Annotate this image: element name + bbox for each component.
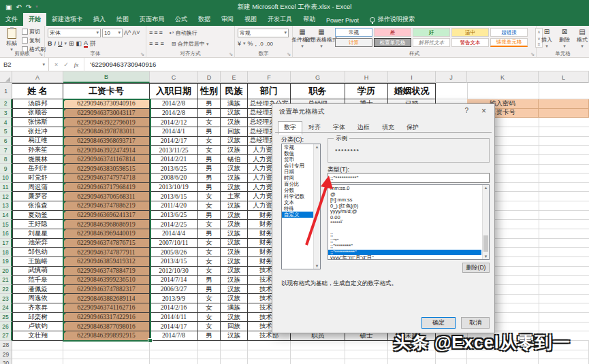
row-number[interactable]: 29 — [0, 350, 12, 360]
empty-cell[interactable] — [436, 359, 467, 364]
empty-cell[interactable] — [345, 359, 388, 364]
row-number[interactable]: 3 — [0, 109, 12, 118]
tab-file[interactable]: 文件 — [0, 13, 23, 26]
align-center-icon[interactable]: ≡ — [155, 39, 158, 48]
cell-card-number[interactable]: 622909463706568311 — [63, 192, 150, 201]
row-number[interactable]: 16 — [0, 229, 12, 239]
cell-style-warning[interactable]: 警告文本 — [451, 38, 489, 47]
category-item[interactable]: 文本 — [282, 199, 313, 205]
wrap-text-button[interactable]: ↩ 自动换行 — [170, 29, 197, 37]
type-input[interactable]: ;;"**********" — [328, 173, 490, 183]
cell-hire-date[interactable]: 2013/4/15 — [150, 257, 198, 267]
cell-sex[interactable]: 女 — [198, 192, 221, 201]
cell-ethnicity[interactable]: 汉族 — [221, 313, 248, 322]
empty-cell[interactable] — [221, 359, 248, 364]
cell-name[interactable]: 文壮翔 — [12, 331, 63, 341]
increase-decimal-icon[interactable]: .0 — [259, 41, 264, 47]
cell-hire-date[interactable]: 2013/6/15 — [150, 192, 198, 201]
cell-name[interactable]: 张顺谷 — [12, 109, 63, 118]
category-scrollbar[interactable]: ▲ ▼ — [313, 144, 320, 269]
cell-hire-date[interactable]: 2013/6/25 — [150, 211, 198, 220]
cell-name[interactable]: 邱栾树 — [12, 313, 63, 322]
tab-review[interactable]: 审阅 — [216, 13, 239, 26]
row-number[interactable]: 25 — [0, 313, 12, 322]
cell-name[interactable]: 邹包幼 — [12, 248, 63, 257]
cell-ethnicity[interactable]: 汉族 — [221, 109, 248, 118]
empty-cell[interactable] — [539, 359, 589, 364]
cell-card-number[interactable]: 622909463696241317 — [63, 211, 150, 220]
cell-ethnicity[interactable]: 回族 — [221, 322, 248, 331]
cell-ethnicity[interactable]: 汉族 — [221, 137, 248, 146]
row-number[interactable]: 4 — [0, 118, 12, 127]
row-number[interactable]: 12 — [0, 192, 12, 201]
cell-card-number[interactable]: 622909463747884719 — [63, 267, 150, 276]
cell-hire-date[interactable]: 2007/10/11 — [150, 239, 198, 248]
cell-ethnicity[interactable]: 汉族 — [221, 276, 248, 285]
category-item[interactable]: 自定义 — [282, 212, 313, 218]
copy-button[interactable]: 复制 — [22, 37, 46, 44]
cell-hire-date[interactable]: 2014/2/16 — [150, 303, 198, 313]
cell-hire-date[interactable]: 2013/10/19 — [150, 183, 198, 193]
row-number[interactable]: 13 — [0, 201, 12, 211]
header-hire-date[interactable]: 入职日期 — [150, 83, 198, 99]
cell-ethnicity[interactable]: 汉族 — [221, 183, 248, 193]
cell-sex[interactable]: 男 — [198, 285, 221, 295]
align-right-icon[interactable]: ≡ — [161, 39, 164, 48]
phonetic-guide-icon[interactable]: 拼 — [90, 39, 96, 48]
empty-cell[interactable] — [291, 350, 345, 360]
cell-card-number[interactable]: 622908463998992915 — [63, 331, 150, 341]
cell-name[interactable]: 王施峪 — [12, 257, 63, 267]
tab-help[interactable]: 帮助 — [298, 13, 321, 26]
row-number[interactable]: 30 — [0, 359, 12, 364]
cell-ethnicity[interactable]: 汉族 — [221, 146, 248, 155]
row-number[interactable]: 5 — [0, 127, 12, 137]
type-item[interactable] — [328, 227, 481, 233]
type-item[interactable]: ;; — [328, 232, 481, 238]
cell-ethnicity[interactable]: 汉族 — [221, 220, 248, 229]
align-middle-icon[interactable]: ≡ — [154, 29, 157, 37]
cell-sex[interactable]: 男 — [198, 183, 221, 193]
tab-developer[interactable]: 开发工具 — [262, 13, 298, 26]
row-number[interactable]: 28 — [0, 341, 12, 350]
decrease-font-icon[interactable]: A˅ — [132, 29, 140, 37]
tab-formulas[interactable]: 公式 — [170, 13, 193, 26]
cell-card-number[interactable]: 622909463859419312 — [63, 257, 150, 267]
cell-card-number[interactable]: 622909463747876715 — [63, 239, 150, 248]
cell-ethnicity[interactable]: 汉族 — [221, 201, 248, 211]
tell-me-search[interactable]: 操作说明搜索 — [364, 13, 420, 26]
cell-sex[interactable]: 男 — [198, 173, 221, 183]
empty-cell[interactable] — [345, 341, 388, 350]
header-department[interactable]: 部门 — [248, 83, 291, 99]
styles-dialog-launcher-icon[interactable]: ⇘ — [530, 52, 535, 57]
empty-cell[interactable] — [12, 350, 63, 360]
cell-card-number[interactable]: 622909463730940916 — [63, 99, 150, 109]
column-header[interactable]: G — [291, 71, 345, 83]
type-item[interactable]: yyyy/m/d;@ — [328, 209, 481, 215]
cell-style-neutral[interactable]: 适中 — [451, 28, 489, 37]
cell-card-number[interactable]: 622909463830598515 — [63, 164, 150, 173]
font-color-icon[interactable]: A — [84, 40, 88, 48]
cell-sex[interactable]: 女 — [198, 146, 221, 155]
category-item[interactable]: 分数 — [282, 187, 313, 193]
cell-name[interactable]: 孙来笙 — [12, 146, 63, 155]
cell-hire-date[interactable]: 2013/11/25 — [150, 146, 198, 155]
category-item[interactable]: 常规 — [282, 144, 313, 150]
empty-cell[interactable] — [221, 350, 248, 360]
category-item[interactable]: 特殊 — [282, 205, 313, 212]
tab-new-custom[interactable]: 新建选项卡 — [46, 13, 88, 26]
tab-view[interactable]: 视图 — [239, 13, 262, 26]
empty-cell[interactable] — [198, 359, 221, 364]
category-item[interactable]: 数值 — [282, 150, 313, 156]
cell-name[interactable]: 时党舒 — [12, 173, 63, 183]
empty-cell[interactable] — [291, 359, 345, 364]
cell-sex[interactable]: 女 — [198, 267, 221, 276]
cell-name[interactable]: 张淮森 — [12, 201, 63, 211]
cell-style-calculation[interactable]: 计算 — [335, 38, 372, 47]
cell-hire-date[interactable]: 2014/7/8 — [150, 331, 198, 341]
row-number[interactable]: 24 — [0, 303, 12, 313]
confirm-entry-icon[interactable]: ✓ — [63, 61, 69, 68]
font-size-combo[interactable]: 10▾ — [102, 29, 123, 37]
cell-card-number[interactable]: 622909463730043117 — [63, 109, 150, 118]
category-item[interactable]: 货币 — [282, 156, 313, 163]
undo-icon[interactable]: ↶ — [16, 3, 21, 11]
